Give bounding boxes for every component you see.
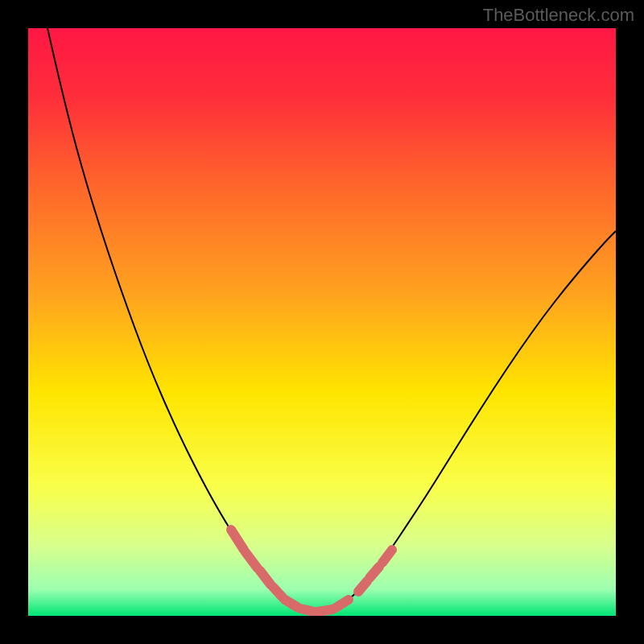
svg-line-6 xyxy=(318,609,332,612)
gradient-background xyxy=(28,28,616,616)
svg-line-5 xyxy=(300,609,315,612)
svg-line-4 xyxy=(285,600,297,607)
svg-line-7 xyxy=(336,600,349,608)
plot-area xyxy=(28,28,616,616)
chart-container: TheBottleneck.com xyxy=(0,0,644,644)
svg-line-8 xyxy=(358,581,367,592)
watermark-text: TheBottleneck.com xyxy=(483,5,634,26)
chart-svg xyxy=(28,28,616,616)
